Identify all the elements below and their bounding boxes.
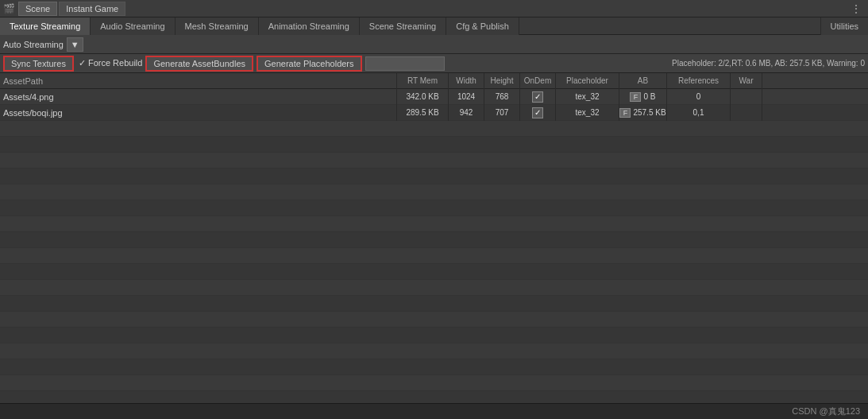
table-row: Assets/4.png 342.0 KB 1024 768 tex_32 F … bbox=[0, 89, 868, 105]
empty-row bbox=[0, 248, 868, 264]
tab-animation-streaming[interactable]: Animation Streaming bbox=[259, 17, 360, 35]
ondem-checkbox-1[interactable] bbox=[532, 91, 543, 103]
empty-row bbox=[0, 184, 868, 200]
top-bar: 🎬 Scene Instant Game ⋮ bbox=[0, 0, 868, 17]
empty-row bbox=[0, 375, 868, 391]
empty-row bbox=[0, 121, 868, 137]
cell-width-1: 1024 bbox=[449, 89, 484, 105]
cell-asset-path-2: Assets/boqi.jpg bbox=[0, 105, 397, 121]
empty-row bbox=[0, 359, 868, 375]
cell-references-1: 0 bbox=[667, 89, 731, 105]
empty-row bbox=[0, 312, 868, 328]
placeholder-info: Placeholder: 2/2,RT: 0.6 MB, AB: 257.5 K… bbox=[672, 59, 865, 68]
cell-rt-mem-1: 342.0 KB bbox=[397, 89, 449, 105]
col-header-ondem: OnDem bbox=[520, 73, 556, 89]
kebab-icon[interactable]: ⋮ bbox=[847, 2, 865, 15]
sync-textures-button[interactable]: Sync Textures bbox=[3, 56, 74, 72]
generate-placeholders-button[interactable]: Generate Placeholders bbox=[257, 56, 362, 72]
cell-placeholder-1: tex_32 bbox=[556, 89, 619, 105]
column-headers: AssetPath RT Mem Width Height OnDem Plac… bbox=[0, 73, 868, 89]
top-bar-left: 🎬 Scene Instant Game bbox=[3, 2, 125, 16]
cell-placeholder-2: tex_32 bbox=[556, 105, 619, 121]
force-rebuild-label: ✓ Force Rebuild bbox=[79, 58, 143, 68]
generate-asset-bundles-button[interactable]: Generate AssetBundles bbox=[145, 56, 253, 72]
empty-row bbox=[0, 343, 868, 359]
tab-scene-streaming[interactable]: Scene Streaming bbox=[360, 17, 446, 35]
cell-width-2: 942 bbox=[449, 105, 484, 121]
col-header-placeholder: Placeholder bbox=[556, 73, 619, 89]
col-header-rt-mem: RT Mem bbox=[397, 73, 449, 89]
cell-height-1: 768 bbox=[484, 89, 520, 105]
bottom-bar: CSDN @真鬼123 bbox=[0, 403, 868, 419]
scene-button[interactable]: Scene bbox=[18, 2, 57, 16]
cell-ondem-1[interactable] bbox=[520, 89, 556, 105]
cell-references-2: 0,1 bbox=[667, 105, 731, 121]
auto-streaming-dropdown[interactable]: ▼ bbox=[67, 37, 83, 52]
f-badge-1: F bbox=[630, 92, 641, 102]
tab-utilities[interactable]: Utilities bbox=[820, 17, 868, 35]
tab-row: Texture Streaming Audio Streaming Mesh S… bbox=[0, 17, 868, 35]
tab-audio-streaming[interactable]: Audio Streaming bbox=[91, 17, 175, 35]
f-badge-2: F bbox=[619, 108, 631, 118]
col-header-references: References bbox=[667, 73, 731, 89]
ab-value-1: 0 B bbox=[643, 92, 655, 101]
ondem-checkbox-2[interactable] bbox=[532, 107, 543, 118]
cell-asset-path-1: Assets/4.png bbox=[0, 89, 397, 105]
empty-row bbox=[0, 153, 868, 169]
tab-mesh-streaming[interactable]: Mesh Streaming bbox=[176, 17, 259, 35]
cell-ab-1: F 0 B bbox=[619, 89, 667, 105]
empty-row bbox=[0, 296, 868, 312]
tab-cfg-publish[interactable]: Cfg & Publish bbox=[446, 17, 519, 35]
empty-row bbox=[0, 200, 868, 216]
col-header-ab: AB bbox=[619, 73, 667, 89]
empty-row bbox=[0, 232, 868, 248]
search-input[interactable] bbox=[365, 56, 445, 71]
empty-row bbox=[0, 137, 868, 153]
ab-value-2: 257.5 KB bbox=[633, 108, 665, 117]
empty-row bbox=[0, 169, 868, 184]
cell-war-1 bbox=[731, 89, 762, 105]
table-body: Assets/4.png 342.0 KB 1024 768 tex_32 F … bbox=[0, 89, 868, 121]
cell-ondem-2[interactable] bbox=[520, 105, 556, 121]
col-header-width: Width bbox=[449, 73, 484, 89]
empty-rows bbox=[0, 121, 868, 419]
toolbar-row-2: Sync Textures ✓ Force Rebuild Generate A… bbox=[0, 54, 868, 73]
watermark-text: CSDN @真鬼123 bbox=[792, 405, 860, 417]
table-row: Assets/boqi.jpg 289.5 KB 942 707 tex_32 … bbox=[0, 105, 868, 121]
empty-row bbox=[0, 280, 868, 296]
tab-texture-streaming[interactable]: Texture Streaming bbox=[0, 17, 91, 35]
col-header-war: War bbox=[731, 73, 762, 89]
top-bar-right: ⋮ bbox=[847, 2, 865, 15]
col-header-height: Height bbox=[484, 73, 520, 89]
cell-ab-2: F 257.5 KB bbox=[619, 105, 667, 121]
auto-streaming-label: Auto Streaming bbox=[3, 40, 64, 49]
cell-height-2: 707 bbox=[484, 105, 520, 121]
empty-row bbox=[0, 264, 868, 280]
toolbar-row-1: Auto Streaming ▼ bbox=[0, 35, 868, 54]
cell-rt-mem-2: 289.5 KB bbox=[397, 105, 449, 121]
empty-row bbox=[0, 216, 868, 232]
instant-game-button[interactable]: Instant Game bbox=[59, 2, 125, 16]
empty-row bbox=[0, 328, 868, 343]
col-header-asset-path: AssetPath bbox=[0, 73, 397, 89]
cell-war-2 bbox=[731, 105, 762, 121]
